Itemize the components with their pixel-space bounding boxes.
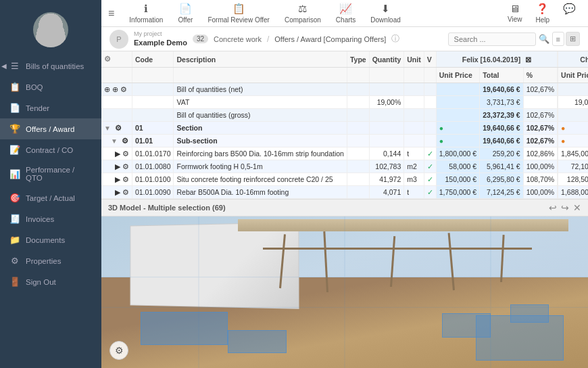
col-unit: Unit (404, 51, 424, 68)
circle-icon: ● (439, 124, 443, 132)
breadcrumb-bar: P My project Example Demo 32 Concrete wo… (101, 27, 588, 51)
row-charlie-unit: 128,500 € (558, 173, 588, 186)
sidebar-item-contract-co[interactable]: 📝 Contract / CO (0, 139, 101, 160)
settings-icon[interactable]: ⚙ (122, 150, 129, 158)
topbar-formal-review-offer[interactable]: 📋 Formal Review Offer (201, 0, 276, 26)
breadcrumb-current: Offers / Award [Comparing Offers] (274, 35, 386, 43)
settings-icon[interactable]: ⚙ (122, 175, 129, 183)
offer-felix-toggle[interactable]: ⊠ (525, 55, 531, 64)
sidebar-item-offers-award[interactable]: 🏆 Offers / Award (0, 118, 101, 139)
sidebar-item-label: Contract / CO (26, 146, 73, 154)
col-quantity: Quantity (369, 51, 404, 68)
col-type: Type (347, 51, 369, 68)
col-felix-unit-price: Unit Price (436, 68, 479, 83)
topbar-help[interactable]: ❓ Help (530, 0, 555, 26)
row-felix-pct: 102,67% (523, 83, 557, 96)
row-v (424, 135, 436, 147)
expand-icon[interactable]: ▶ (115, 188, 120, 196)
topbar-information[interactable]: ℹ Information (122, 0, 170, 26)
topbar-charts[interactable]: 📈 Charts (329, 0, 362, 26)
collapse-button[interactable]: ▼ (111, 137, 118, 145)
row-felix-unit: ● (436, 122, 479, 135)
topbar-offer[interactable]: 📄 Offer (171, 0, 199, 26)
row-v: ✓ (424, 186, 436, 199)
search-button[interactable]: 🔍 (539, 34, 549, 44)
row-felix-unit: 58,000 € (436, 160, 479, 173)
row-type (347, 109, 369, 122)
circle-icon: ● (439, 137, 443, 145)
sidebar-item-performance-qto[interactable]: 📊 Performance / QTO (0, 160, 101, 187)
topbar-item-label: Offer (178, 16, 193, 24)
breadcrumb-info-icon[interactable]: ⓘ (391, 33, 399, 45)
document-icon: 📄 (9, 103, 20, 113)
row-felix-total: 5,961,41 € (480, 160, 523, 173)
sidebar-item-label: Documents (26, 236, 65, 244)
row-unit: m3 (404, 173, 424, 186)
folder-icon: 📁 (9, 235, 20, 245)
row-charlie-unit (558, 83, 588, 96)
row-unit (404, 109, 424, 122)
expand-icon[interactable]: ▶ (115, 150, 120, 158)
topbar-item-label: Comparison (285, 16, 321, 24)
offer-felix-header: Felix [16.04.2019] ⊠ (436, 51, 557, 68)
project-name[interactable]: Example Demo (134, 38, 187, 47)
row-quantity: 102,783 (369, 160, 404, 173)
table-row: Bill of quantities (gross) 23,372,39 € 1… (101, 109, 588, 122)
invoice-icon: 🧾 (9, 214, 20, 224)
undo-button[interactable]: ↩ (549, 202, 557, 213)
col-type-sub (347, 68, 369, 83)
row-description: Rebar B500A Dia. 10-16mm footing (174, 186, 347, 199)
row-felix-pct: 102,67% (523, 122, 557, 135)
breadcrumb-section[interactable]: Concrete work (214, 35, 262, 43)
topbar: ≡ ℹ Information 📄 Offer 📋 Formal Review … (101, 0, 588, 27)
topbar-comparison[interactable]: ⚖ Comparison (278, 0, 328, 26)
expand-icon[interactable]: ▶ (115, 175, 120, 183)
grid-view-button[interactable]: ⊞ (566, 32, 580, 46)
row-quantity (369, 109, 404, 122)
row-v (424, 96, 436, 109)
expand-icon[interactable]: ⊕ ⊕ (104, 85, 118, 93)
col-description: Description (174, 51, 347, 68)
row-charlie-unit: 72,100 € (558, 160, 588, 173)
breadcrumb-project: My project Example Demo (134, 30, 187, 48)
settings-icon[interactable]: ⚙ (122, 162, 129, 170)
expand-icon[interactable]: ▶ (115, 162, 120, 170)
settings-icon[interactable]: ⚙ (120, 85, 127, 93)
sidebar-item-properties[interactable]: ⚙ Properties (0, 250, 101, 271)
settings-icon[interactable]: ⚙ (115, 124, 122, 132)
topbar-download[interactable]: ⬇ Download (364, 0, 407, 26)
sidebar-item-documents[interactable]: 📁 Documents (0, 229, 101, 250)
download-icon: ⬇ (381, 3, 390, 15)
row-felix-pct: 100,00% (523, 160, 557, 173)
sidebar-item-tender[interactable]: 📄 Tender (0, 97, 101, 118)
charts-icon: 📈 (339, 3, 352, 15)
topbar-view[interactable]: 🖥 View (502, 0, 528, 26)
panel-3d: 3D Model - Multiple selection (69) ↩ ↪ ✕ (101, 199, 588, 368)
close-panel-button[interactable]: ✕ (573, 202, 581, 213)
chart-bar-icon: 📊 (9, 169, 20, 179)
sidebar-item-boq[interactable]: 📋 BOQ (0, 76, 101, 97)
col-felix-total: Total (480, 68, 523, 83)
sidebar-item-bills-of-quantities[interactable]: ◀ ☰ Bills of quantities (0, 55, 101, 76)
sidebar-item-target-actual[interactable]: 🎯 Target / Actual (0, 187, 101, 208)
scene-settings-button[interactable]: ⚙ (109, 341, 128, 360)
hamburger-menu[interactable]: ≡ (108, 7, 114, 20)
trophy-icon: 🏆 (9, 124, 20, 134)
row-actions: ▶ ⚙ (101, 173, 132, 186)
settings-icon[interactable]: ⚙ (104, 55, 111, 63)
sidebar-item-invoices[interactable]: 🧾 Invoices (0, 208, 101, 229)
collapse-button[interactable]: ▼ (104, 124, 111, 132)
sidebar-item-sign-out[interactable]: 🚪 Sign Out (0, 271, 101, 292)
search-input[interactable] (448, 32, 536, 46)
settings-icon[interactable]: ⚙ (122, 137, 128, 145)
row-quantity (369, 122, 404, 135)
panel-3d-header: 3D Model - Multiple selection (69) ↩ ↪ ✕ (101, 200, 588, 216)
redo-button[interactable]: ↪ (561, 202, 569, 213)
row-description: Bill of quantities (gross) (174, 109, 347, 122)
settings-icon[interactable]: ⚙ (122, 188, 129, 196)
col-charlie-unit-price: Unit Price (558, 68, 588, 83)
avatar (33, 12, 68, 47)
list-view-button[interactable]: ≡ (552, 32, 564, 46)
topbar-chat[interactable]: 💬 (558, 0, 581, 26)
row-actions: ⊕ ⊕ ⚙ (101, 83, 132, 96)
